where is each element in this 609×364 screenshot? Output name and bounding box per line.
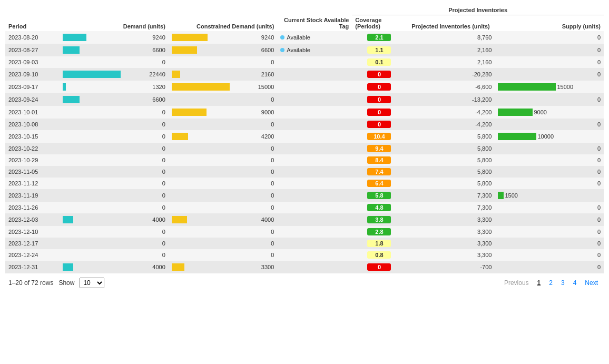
constrained-demand-cell: 0 <box>169 166 278 178</box>
proj-group-header: Projected Inventories <box>352 5 604 15</box>
table-row: 2023-08-27 6600 6600 Available1.12,1600 <box>5 44 604 56</box>
supply-cell: 1500 <box>495 189 604 202</box>
projected-inv-cell: 2,160 <box>407 56 495 68</box>
supply-cell: 15000 <box>495 81 604 93</box>
available-tag-cell <box>277 154 352 166</box>
projected-inv-cell: 2,160 <box>407 44 495 56</box>
page-2[interactable]: 2 <box>546 278 555 288</box>
table-row: 2023-11-19005.87,300 1500 <box>5 189 604 202</box>
demand-cell: 6600 <box>60 93 169 106</box>
demand-cell: 0 <box>60 189 169 202</box>
demand-cell: 0 <box>60 166 169 178</box>
supply-cell: 0 <box>495 56 604 68</box>
col-header-constrained: Constrained Demand (units) <box>169 5 278 31</box>
period-cell: 2023-11-05 <box>5 166 60 178</box>
period-cell: 2023-12-24 <box>5 249 60 261</box>
available-tag-cell <box>277 119 352 130</box>
supply-cell: 0 <box>495 261 604 273</box>
available-tag-cell <box>277 93 352 106</box>
demand-cell: 6600 <box>60 44 169 56</box>
projected-inv-cell: -6,600 <box>407 81 495 93</box>
table-row: 2023-10-08000-4,2000 <box>5 119 604 130</box>
projected-inv-cell: -13,200 <box>407 93 495 106</box>
constrained-demand-cell: 0 <box>169 56 278 68</box>
supply-cell: 0 <box>495 68 604 81</box>
projected-inv-cell: 8,760 <box>407 31 495 44</box>
available-tag-cell <box>277 68 352 81</box>
coverage-cell: 5.8 <box>352 189 406 202</box>
coverage-cell: 7.4 <box>352 166 406 178</box>
coverage-cell: 0 <box>352 81 406 93</box>
pagination: Previous 1 2 3 4 Next <box>502 278 601 288</box>
projected-inv-cell: 5,800 <box>407 166 495 178</box>
period-cell: 2023-11-19 <box>5 189 60 202</box>
page-3[interactable]: 3 <box>558 278 567 288</box>
supply-cell: 0 <box>495 249 604 261</box>
period-cell: 2023-11-26 <box>5 202 60 213</box>
demand-cell: 0 <box>60 226 169 238</box>
supply-cell: 0 <box>495 44 604 56</box>
available-tag-cell <box>277 81 352 93</box>
supply-cell: 0 <box>495 143 604 154</box>
prev-page[interactable]: Previous <box>502 278 532 288</box>
available-tag-cell <box>277 130 352 143</box>
projected-inv-cell: -4,200 <box>407 119 495 130</box>
projected-inv-cell: -700 <box>407 261 495 273</box>
constrained-demand-cell: 0 <box>169 238 278 249</box>
period-cell: 2023-10-01 <box>5 106 60 119</box>
inventory-table: Period Demand (units) Constrained Demand… <box>5 5 604 273</box>
projected-inv-cell: 3,300 <box>407 213 495 226</box>
table-row: 2023-09-03000.12,1600 <box>5 56 604 68</box>
period-cell: 2023-10-29 <box>5 154 60 166</box>
projected-inv-cell: 3,300 <box>407 226 495 238</box>
col-header-available: Current Stock Available Tag <box>277 5 352 31</box>
supply-cell: 0 <box>495 178 604 189</box>
col-header-demand: Demand (units) <box>60 5 169 31</box>
next-page[interactable]: Next <box>582 278 601 288</box>
projected-inv-cell: 7,300 <box>407 202 495 213</box>
period-cell: 2023-12-03 <box>5 213 60 226</box>
coverage-cell: 0.8 <box>352 249 406 261</box>
available-tag-cell <box>277 106 352 119</box>
supply-cell: 0 <box>495 213 604 226</box>
coverage-cell: 0 <box>352 93 406 106</box>
demand-cell: 0 <box>60 143 169 154</box>
period-cell: 2023-10-15 <box>5 130 60 143</box>
constrained-demand-cell: 15000 <box>169 81 278 93</box>
demand-cell: 0 <box>60 202 169 213</box>
rows-info: 1–20 of 72 rows <box>8 279 53 287</box>
demand-cell: 4000 <box>60 213 169 226</box>
show-select[interactable]: 102050100 <box>80 278 104 288</box>
demand-cell: 0 <box>60 119 169 130</box>
projected-inv-cell: 5,800 <box>407 130 495 143</box>
table-row: 2023-09-24 6600 00-13,2000 <box>5 93 604 106</box>
constrained-demand-cell: 0 <box>169 202 278 213</box>
show-label: Show <box>58 279 74 287</box>
constrained-demand-cell: 3300 <box>169 261 278 273</box>
table-row: 2023-10-010 9000 0-4,200 9000 <box>5 106 604 119</box>
projected-inv-cell: 5,800 <box>407 143 495 154</box>
supply-cell: 0 <box>495 31 604 44</box>
demand-cell: 0 <box>60 238 169 249</box>
coverage-cell: 10.4 <box>352 130 406 143</box>
available-tag-cell <box>277 261 352 273</box>
period-cell: 2023-10-22 <box>5 143 60 154</box>
page-4[interactable]: 4 <box>571 278 579 288</box>
period-cell: 2023-12-17 <box>5 238 60 249</box>
demand-cell: 0 <box>60 154 169 166</box>
table-row: 2023-12-17001.83,3000 <box>5 238 604 249</box>
constrained-demand-cell: 0 <box>169 154 278 166</box>
period-cell: 2023-11-12 <box>5 178 60 189</box>
constrained-demand-cell: 0 <box>169 226 278 238</box>
supply-cell: 9000 <box>495 106 604 119</box>
period-cell: 2023-09-17 <box>5 81 60 93</box>
available-tag-cell <box>277 178 352 189</box>
constrained-demand-cell: 6600 <box>169 44 278 56</box>
period-cell: 2023-09-03 <box>5 56 60 68</box>
page-1[interactable]: 1 <box>535 278 544 288</box>
supply-cell: 0 <box>495 226 604 238</box>
col-header-coverage: Coverage (Periods) <box>352 15 406 32</box>
supply-cell: 10000 <box>495 130 604 143</box>
projected-inv-cell: -20,280 <box>407 68 495 81</box>
projected-inv-cell: -4,200 <box>407 106 495 119</box>
